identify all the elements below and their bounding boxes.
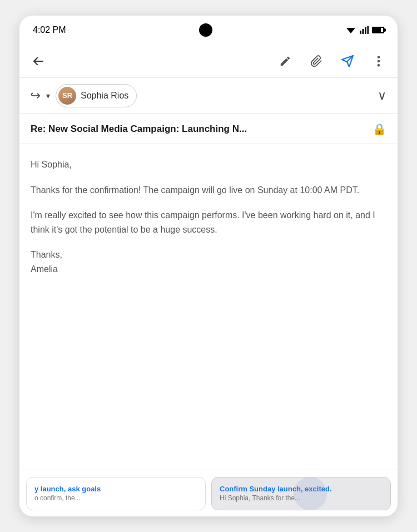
- email-greeting: Hi Sophia,: [31, 157, 386, 172]
- lock-icon: 🔒: [373, 122, 386, 136]
- status-bar: 4:02 PM: [19, 16, 398, 45]
- smart-reply-chip-1[interactable]: y launch, ask goals o confirm, the...: [26, 477, 206, 510]
- svg-marker-0: [346, 28, 355, 33]
- svg-point-7: [378, 64, 380, 67]
- smart-reply-preview-1: o confirm, the...: [34, 494, 197, 502]
- smart-reply-preview-2: Hi Sophia, Thanks for the...: [220, 494, 383, 502]
- toolbar: [19, 45, 398, 78]
- email-body: Hi Sophia, Thanks for the confirmation! …: [19, 144, 398, 470]
- smart-reply-bar: y launch, ask goals o confirm, the... Co…: [19, 470, 398, 516]
- edit-button[interactable]: [275, 51, 295, 71]
- smart-reply-title-2: Confirm Sunday launch, excited.: [220, 485, 383, 493]
- svg-point-5: [378, 56, 380, 58]
- svg-point-6: [378, 60, 380, 62]
- smart-reply-title-1: y launch, ask goals: [34, 485, 197, 493]
- smart-reply-chip-2[interactable]: Confirm Sunday launch, excited. Hi Sophi…: [211, 477, 391, 510]
- svg-rect-4: [368, 26, 369, 34]
- reply-button[interactable]: ↩: [31, 88, 41, 103]
- signal-icon: [360, 26, 369, 34]
- recipient-name: Sophia Rios: [81, 91, 128, 101]
- reply-icon: ↩: [31, 88, 41, 103]
- status-icons: [345, 26, 384, 35]
- svg-rect-2: [363, 29, 364, 34]
- svg-rect-1: [360, 31, 361, 34]
- back-button[interactable]: [28, 51, 48, 71]
- avatar: SR: [58, 87, 76, 105]
- email-closing: Thanks, Amelia: [31, 248, 386, 276]
- send-button[interactable]: [337, 51, 358, 71]
- subject-row: Re: New Social Media Campaign: Launching…: [19, 114, 398, 144]
- expand-button[interactable]: ∨: [378, 88, 386, 103]
- email-paragraph-1: Thanks for the confirmation! The campaig…: [31, 183, 386, 198]
- battery-icon: [372, 27, 384, 33]
- subject-text: Re: New Social Media Campaign: Launching…: [31, 124, 247, 135]
- svg-rect-3: [365, 27, 366, 34]
- email-paragraph-2: I'm really excited to see how this campa…: [31, 208, 386, 237]
- more-button[interactable]: [369, 51, 389, 71]
- status-time: 4:02 PM: [33, 25, 66, 35]
- attach-button[interactable]: [306, 51, 326, 71]
- recipient-row: ↩ ▾ SR Sophia Rios ∨: [19, 78, 398, 114]
- wifi-icon: [345, 26, 356, 35]
- camera-dot: [199, 23, 212, 37]
- recipient-chip[interactable]: SR Sophia Rios: [56, 84, 137, 107]
- reply-dropdown[interactable]: ▾: [46, 91, 50, 100]
